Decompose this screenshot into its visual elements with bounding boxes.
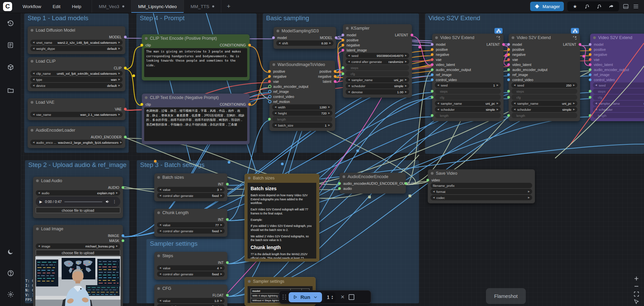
cfg-input-slot[interactable] [589, 96, 591, 99]
increment-arrow[interactable]: ▶ [328, 106, 330, 108]
settings-gear-icon[interactable] [6, 290, 14, 298]
scheduler-widget[interactable]: ◀ scheduler simple ▶ [435, 107, 501, 112]
steps-widget[interactable]: steps [511, 89, 577, 94]
audio-encoder-output-input-slot[interactable] [431, 68, 433, 71]
theme-moon-icon[interactable] [6, 248, 14, 256]
increment-arrow[interactable]: ▶ [120, 141, 122, 144]
increment-arrow[interactable]: ▶ [528, 196, 530, 199]
steps-input-slot[interactable] [342, 66, 344, 69]
increment-arrow[interactable]: ▶ [119, 84, 120, 87]
type-widget[interactable]: ◀ type wan ▶ [30, 77, 123, 82]
fetch-updates-icon[interactable] [584, 3, 590, 9]
node-video-s2v-extend-s2v1[interactable]: Video S2V ExtendmodelLATENTpositivenegat… [432, 34, 504, 121]
select-cursor-icon[interactable] [633, 299, 640, 305]
scheduler-widget[interactable]: ◀ scheduler simple ▶ [511, 107, 577, 112]
decrement-arrow[interactable]: ◀ [38, 192, 40, 194]
model-output-slot[interactable] [335, 36, 337, 39]
menu-edit[interactable]: Edit [47, 4, 66, 9]
ref-motion-input-slot[interactable] [268, 100, 271, 103]
node-ksampler-ks[interactable]: KSamplermodelLATENTpositivenegativelaten… [343, 24, 412, 98]
increment-arrow[interactable]: ▶ [573, 108, 575, 111]
menu-workflow[interactable]: Workflow [17, 4, 47, 9]
audio-encoder-output-input-slot[interactable] [589, 68, 591, 71]
steps-input-slot[interactable] [589, 90, 591, 93]
audio-widget[interactable]: ◀ audio explain.mp3 ▶ [36, 190, 120, 196]
increment-arrow[interactable]: ▶ [221, 299, 222, 302]
scheduler-widget[interactable]: ◀ scheduler simple ▶ [593, 107, 644, 112]
ref-image-input-slot[interactable] [589, 73, 591, 76]
update-all-icon[interactable] [596, 3, 602, 9]
open-subgraph-icon[interactable] [496, 36, 501, 40]
menu-help[interactable]: Help [66, 4, 87, 9]
height-widget[interactable]: ◀ height 720 ▶ [272, 110, 332, 116]
vae-input-slot[interactable] [431, 58, 433, 61]
format-widget[interactable]: ◀ format ▶ [430, 189, 532, 194]
collapse-dot[interactable] [145, 96, 148, 99]
cfg-widget[interactable]: cfg [593, 95, 644, 100]
audio-encoder-output-input-slot[interactable] [507, 68, 510, 71]
node-save-video-sv[interactable]: Save Videovideofilename_prefix◀ format ▶… [428, 169, 535, 203]
prompt-textarea[interactable]: 色调艳丽，过曝，静态，细节模糊不清，字幕，风格，作品，画作，画面，静止，整体发灰… [144, 107, 247, 141]
drag-handle[interactable] [283, 295, 286, 300]
control-video-input-slot[interactable] [268, 95, 271, 98]
decrement-arrow[interactable]: ◀ [279, 42, 280, 44]
model-output-slot[interactable] [124, 36, 127, 38]
decrement-arrow[interactable]: ◀ [595, 102, 597, 105]
weight-dtype-widget[interactable]: ◀ weight_dtype default ▶ [30, 46, 123, 51]
model-input-slot[interactable] [507, 43, 510, 46]
steps-input-slot[interactable] [507, 90, 510, 93]
image-preview-frame[interactable] [35, 256, 121, 306]
mask-output-slot[interactable] [122, 239, 124, 242]
control-after-generate-widget[interactable]: ◀ control after generate fixed ▶ [157, 228, 225, 234]
kebab-menu-icon[interactable]: ⋮ [112, 199, 117, 204]
video-latent-input-slot[interactable] [431, 63, 433, 66]
increment-arrow[interactable]: ▶ [221, 224, 222, 226]
ref-image-input-slot[interactable] [431, 73, 433, 76]
width-widget[interactable]: ◀ width 1280 ▶ [272, 104, 332, 110]
vae-input-slot[interactable] [507, 58, 510, 61]
tab-mm-veo3[interactable]: MM_Veo3 [92, 0, 131, 13]
decrement-arrow[interactable]: ◀ [514, 108, 515, 111]
decrement-arrow[interactable]: ◀ [433, 196, 434, 199]
node-load-audio-laud[interactable]: Load AudioAUDIO◀ audio explain.mp3 ▶▶ 0:… [33, 177, 123, 218]
latent-output-slot[interactable] [411, 34, 413, 36]
batch-size-widget[interactable]: ◀ batch_size 1 ▶ [272, 123, 332, 128]
increment-arrow[interactable]: ▶ [119, 78, 120, 81]
decrement-arrow[interactable]: ◀ [437, 84, 439, 87]
control-after-generate-widget[interactable]: ◀ control after generate randomize ▶ [346, 59, 409, 64]
decrement-arrow[interactable]: ◀ [159, 188, 161, 191]
int-output-slot[interactable] [226, 183, 229, 185]
video-latent-input-slot[interactable] [507, 63, 510, 66]
negative-input-slot[interactable] [507, 53, 510, 56]
decrement-arrow[interactable]: ◀ [348, 91, 350, 93]
note-batch-sizes[interactable]: Batch sizesBatch sizesBatch sizes depend… [245, 174, 319, 262]
node-steps-steps[interactable]: StepsINT◀ value 4 ▶◀ control after gener… [154, 252, 227, 280]
decrement-arrow[interactable]: ◀ [33, 72, 34, 75]
cfg-input-slot[interactable] [507, 96, 510, 99]
conditioning-output-slot[interactable] [248, 103, 251, 106]
decrement-arrow[interactable]: ◀ [348, 78, 350, 81]
cfg-input-slot[interactable] [342, 72, 344, 75]
decrement-arrow[interactable]: ◀ [38, 245, 40, 247]
increment-arrow[interactable]: ▶ [497, 84, 498, 87]
collapse-dot[interactable] [31, 60, 33, 63]
cfg-widget[interactable]: cfg [511, 95, 577, 100]
increment-arrow[interactable]: ▶ [328, 112, 330, 114]
sampler-name-widget[interactable]: ◀ sampler_name uni_pc ▶ [593, 101, 644, 106]
run-button[interactable]: Run [289, 292, 322, 302]
latent-output-slot[interactable] [334, 80, 336, 83]
decrement-arrow[interactable]: ◀ [348, 84, 350, 87]
control-video-input-slot[interactable] [589, 78, 591, 81]
increment-arrow[interactable]: ▶ [405, 60, 407, 63]
decrement-arrow[interactable]: ◀ [595, 108, 597, 111]
node-audioencoderloader-ael[interactable]: AudioEncoderLoaderAUDIO_ENCODER◀ audio_e… [28, 126, 125, 148]
vae-input-slot[interactable] [589, 58, 591, 61]
increment-arrow[interactable]: ▶ [329, 42, 331, 44]
collapse-dot[interactable] [431, 172, 433, 175]
length-input-slot[interactable] [507, 114, 510, 117]
decrement-arrow[interactable]: ◀ [514, 84, 515, 87]
negative-input-slot[interactable] [431, 53, 433, 56]
collapse-dot[interactable] [157, 287, 160, 290]
open-subgraph-icon[interactable] [573, 36, 577, 40]
bottom-panel-icon[interactable] [622, 3, 629, 10]
